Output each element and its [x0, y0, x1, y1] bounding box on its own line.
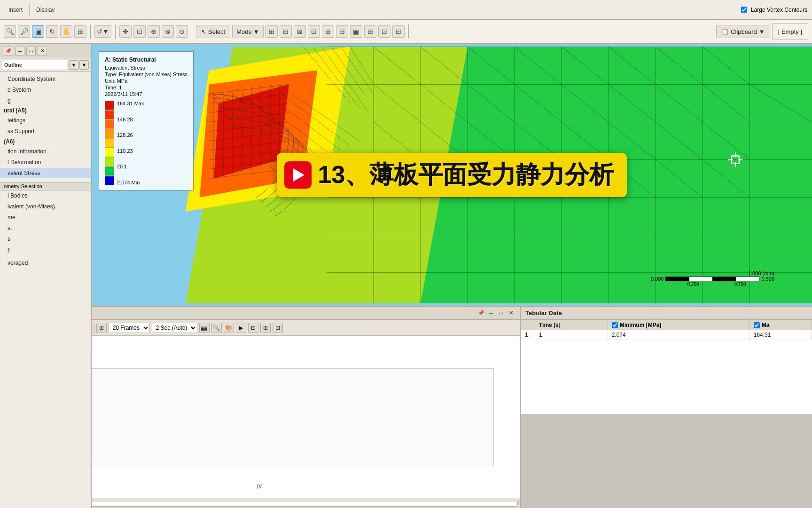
- anim-align-left-btn[interactable]: ⊟: [248, 323, 258, 333]
- anim-camera-btn[interactable]: 📷: [199, 323, 210, 333]
- fit-btn[interactable]: ⊡: [133, 25, 146, 38]
- toolbar-sep-1: [90, 24, 91, 39]
- tree-item-st[interactable]: st: [0, 223, 91, 234]
- tb-btn-4[interactable]: ⊡: [308, 25, 320, 38]
- sidebar-tree: Coordinate System e System g ural (A5) l…: [0, 72, 91, 270]
- zoom-in-btn[interactable]: 🔍: [4, 25, 16, 38]
- view-box-btn[interactable]: ▣: [32, 25, 44, 38]
- fea-result-type: Equivalent Stress: [105, 65, 187, 71]
- mode-dropdown-icon: ▼: [253, 28, 259, 35]
- outline-toggle-btn[interactable]: ▼: [79, 60, 89, 70]
- tree-section-a6[interactable]: (A6): [0, 137, 91, 146]
- graph-max-btn[interactable]: □: [497, 309, 505, 318]
- tb-btn-10[interactable]: ⊟: [392, 25, 405, 38]
- tree-item-coordinate[interactable]: Coordinate System: [0, 74, 91, 85]
- cell-row-num: 1: [521, 330, 535, 340]
- col-header-min-wrapper: Minimum [MPa]: [612, 322, 746, 328]
- anim-forward-btn[interactable]: ▶: [236, 323, 246, 333]
- sidebar-min-btn[interactable]: ─: [15, 47, 24, 56]
- tree-item-stress[interactable]: valent Stress: [0, 168, 91, 179]
- video-title-text: 13、薄板平面受力静力分析: [318, 159, 614, 191]
- tree-item-support[interactable]: ss Support: [0, 126, 91, 137]
- outline-dropdown-btn[interactable]: ▼: [69, 60, 78, 70]
- fea-time: Time: 1: [105, 85, 187, 90]
- tree-item-me[interactable]: me: [0, 212, 91, 223]
- tree-section-ural[interactable]: ural (A5): [0, 106, 91, 115]
- col-max-checkbox[interactable]: [754, 322, 760, 328]
- mode-button[interactable]: Mode ▼: [232, 25, 263, 38]
- tree-item-g[interactable]: g: [0, 95, 91, 106]
- move-btn[interactable]: ✥: [119, 25, 132, 38]
- graph-close-btn[interactable]: ✕: [507, 309, 515, 318]
- left-sidebar: 📌 ─ □ ✕ Outline ▼ ▼ Coordinate System e …: [0, 44, 92, 508]
- tb-btn-7[interactable]: ▣: [350, 25, 362, 38]
- graph-min-btn[interactable]: ─: [487, 309, 495, 318]
- sidebar-close-btn[interactable]: ✕: [38, 47, 47, 56]
- legend-min-value: 2.074 Min: [117, 180, 144, 185]
- scale-label-1: 0.500: [761, 276, 774, 282]
- large-vertex-checkbox[interactable]: [741, 7, 747, 13]
- snap-btn[interactable]: ⊞: [74, 25, 86, 38]
- menu-insert-section: Insert: [5, 7, 26, 13]
- tb-btn-8[interactable]: ⊞: [364, 25, 376, 38]
- tree-item-deformation[interactable]: l Deformation: [0, 157, 91, 168]
- tabular-table[interactable]: Time [s] Minimum [MPa]: [521, 320, 812, 414]
- anim-expand-btn[interactable]: ⊡: [273, 323, 283, 333]
- clipboard-button[interactable]: 📋 Clipboard ▼: [716, 25, 770, 38]
- tree-item-bodies[interactable]: l Bodies: [0, 190, 91, 201]
- scale-sub-0: 0.250: [687, 282, 699, 287]
- graph-x-axis-label: [s]: [257, 484, 263, 489]
- tb-btn-5[interactable]: ⊞: [322, 25, 334, 38]
- table-row: 1 1. 2.074 164.31: [521, 330, 812, 340]
- tb-btn-2[interactable]: ⊟: [280, 25, 292, 38]
- col-min-checkbox[interactable]: [612, 322, 618, 328]
- col-header-min: Minimum [MPa]: [608, 320, 750, 330]
- legend-val-4: 20.1: [117, 164, 144, 169]
- frames-select[interactable]: 20 Frames: [109, 323, 150, 333]
- anim-zoom-btn[interactable]: 🔍: [211, 323, 222, 333]
- tree-item-s[interactable]: s: [0, 234, 91, 245]
- scale-sub-1: 0.750: [734, 282, 746, 287]
- legend-max-value: 164.31 Max: [117, 101, 144, 106]
- legend-val-3: 110.23: [117, 148, 144, 154]
- tb-btn-3[interactable]: ⊠: [294, 25, 306, 38]
- zoom-select-btn[interactable]: ⊙: [176, 25, 188, 38]
- tree-item-esystem[interactable]: e System: [0, 85, 91, 95]
- empty-label: [ Empty ]: [778, 28, 802, 35]
- tb-btn-9[interactable]: ⊡: [378, 25, 390, 38]
- toolbar-sep-4: [408, 24, 409, 39]
- tb-btn-6[interactable]: ⊟: [336, 25, 348, 38]
- zoom-out-btn[interactable]: 🔎: [18, 25, 30, 38]
- anim-settings-btn[interactable]: ⊞: [96, 323, 107, 333]
- play-icon-circle: [284, 161, 312, 189]
- outline-search-box[interactable]: Outline: [2, 60, 67, 70]
- tree-item-p[interactable]: p: [0, 244, 91, 255]
- zoom-region-btn[interactable]: ⊕: [148, 25, 160, 38]
- pan-btn[interactable]: ✋: [60, 25, 72, 38]
- time-select[interactable]: 2 Sec (Auto): [152, 323, 197, 333]
- tree-item-info[interactable]: tion Information: [0, 146, 91, 157]
- empty-badge: [ Empty ]: [772, 23, 808, 40]
- sidebar-header: 📌 ─ □ ✕: [0, 44, 91, 58]
- clipboard-dropdown-icon: ▼: [759, 28, 765, 35]
- col-header-max: Ma: [750, 320, 812, 330]
- legend-val-1: 146.28: [117, 117, 144, 122]
- sidebar-pin-btn[interactable]: 📌: [4, 47, 13, 56]
- graph-pin-btn[interactable]: 📌: [477, 309, 485, 318]
- data-table: Time [s] Minimum [MPa]: [521, 320, 812, 340]
- tree-item-vonmises[interactable]: ivalent (von-Mises)...: [0, 201, 91, 212]
- outline-label: Outline: [4, 62, 22, 68]
- refresh-btn[interactable]: ↺▼: [94, 25, 111, 38]
- rotate-btn[interactable]: ↻: [46, 25, 58, 38]
- main-viewport: A: Static Structural Equivalent Stress T…: [92, 44, 812, 306]
- anim-align-right-btn[interactable]: ⊞: [260, 323, 271, 333]
- anim-color-btn[interactable]: 🎨: [224, 323, 234, 333]
- tb-btn-1[interactable]: ⊞: [265, 25, 278, 38]
- tree-item-settings[interactable]: lettings: [0, 115, 91, 126]
- tree-item-averaged[interactable]: veraged: [0, 258, 91, 269]
- select-button[interactable]: ↖ Select: [196, 25, 230, 38]
- zoom-fit-btn[interactable]: ⊗: [162, 25, 174, 38]
- sidebar-max-btn[interactable]: □: [26, 47, 36, 56]
- large-vertex-label: Large Vertex Contours: [751, 7, 807, 13]
- tabular-header: Tabular Data: [521, 307, 812, 320]
